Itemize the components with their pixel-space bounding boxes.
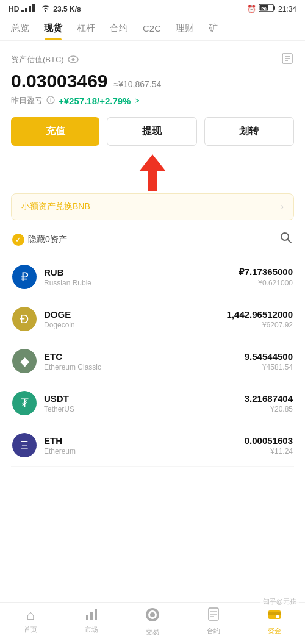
doge-info: DOGE Dogecoin [44,309,227,329]
trade-icon [145,607,160,626]
doge-icon: Ð [12,307,37,331]
nav-funds-label: 资金 [268,626,281,635]
nav-tabs: 总览 现货 杠杆 合约 C2C 理财 矿 [0,16,305,41]
usdt-amount: 3.21687404 [245,393,293,404]
eye-icon[interactable] [68,55,79,64]
eth-name: Ethereum [44,447,245,456]
svg-rect-29 [268,612,281,615]
battery-icon: 20 [259,4,276,14]
speed-indicator: 23.5 K/s [53,5,81,13]
nav-contract[interactable]: 合约 [183,607,244,637]
doge-cny: ¥6207.92 [227,321,293,329]
svg-line-17 [288,240,292,243]
svg-rect-19 [90,612,93,620]
tab-overview[interactable]: 总览 [4,16,37,40]
rub-icon: ₽ [12,265,37,289]
profit-label: 昨日盈亏 [11,95,43,106]
asset-label-row: 资产估值(BTC) [11,52,294,67]
eth-value: 0.00051603 ¥11.24 [245,435,293,456]
asset-profit-row: 昨日盈亏 i +¥257.18/+2.79% > [11,95,294,106]
coin-item-doge[interactable]: Ð DOGE Dogecoin 1,442.96512000 ¥6207.92 [11,298,294,340]
asset-label-text: 资产估值(BTC) [11,54,64,65]
eth-icon: Ξ [12,433,37,457]
rub-cny: ¥0.621000 [239,279,293,287]
status-right: ⏰ 20 21:34 [247,4,296,14]
svg-rect-0 [21,10,24,12]
hd-indicator: HD [9,5,19,13]
nav-market-label: 市场 [85,625,98,634]
btc-value: 0.03003469 [11,71,108,91]
eth-amount: 0.00051603 [245,435,293,446]
nav-contract-label: 合约 [207,626,220,635]
usdt-icon: ₮ [12,391,37,415]
hide-assets-left[interactable]: ✓ 隐藏0资产 [12,234,67,246]
rub-value: ₽7.17365000 ¥0.621000 [239,267,293,287]
coin-item-rub[interactable]: ₽ RUB Russian Ruble ₽7.17365000 ¥0.62100… [11,256,294,298]
recharge-button[interactable]: 充值 [11,117,99,146]
usdt-name: TetherUS [44,405,245,413]
svg-rect-1 [25,8,27,12]
tab-leverage[interactable]: 杠杆 [70,16,102,40]
coin-list: ₽ RUB Russian Ruble ₽7.17365000 ¥0.62100… [11,256,294,467]
asset-main-value: 0.03003469 ≈¥10,867.54 [11,71,294,91]
transfer-button[interactable]: 划转 [204,117,294,146]
history-icon[interactable] [281,52,294,67]
wifi-icon [41,4,51,13]
doge-symbol: DOGE [44,309,227,320]
bnb-banner[interactable]: 小额资产兑换BNB › [11,193,294,220]
status-bar: HD 23.5 K/s ⏰ [0,0,305,16]
check-icon: ✓ [12,234,24,246]
time-display: 21:34 [278,5,296,13]
withdraw-button[interactable]: 提现 [107,117,196,146]
search-button[interactable] [279,231,293,248]
doge-amount: 1,442.96512000 [227,309,293,320]
eth-info: ETH Ethereum [44,435,245,456]
svg-text:20: 20 [261,6,267,12]
nav-trade-label: 交易 [146,628,159,637]
svg-rect-3 [32,4,35,12]
nav-trade[interactable]: 交易 [122,607,183,637]
svg-text:i: i [50,98,51,104]
watermark: 知乎@元孩 [260,596,299,607]
usdt-value: 3.21687404 ¥20.85 [245,393,293,413]
bottom-nav: ⌂ 首页 市场 交易 [0,602,305,644]
usdt-symbol: USDT [44,393,245,404]
etc-amount: 9.54544500 [245,351,293,362]
tab-contract[interactable]: 合约 [102,16,135,40]
etc-value: 9.54544500 ¥4581.54 [245,351,293,371]
main-content: 资产估值(BTC) 0.03003469 ≈¥10,867.54 [0,41,305,467]
tab-c2c[interactable]: C2C [135,17,168,40]
nav-funds[interactable]: 资金 [244,607,305,637]
annotation-arrow [11,154,294,191]
signal-bars [21,4,38,14]
nav-home[interactable]: ⌂ 首页 [0,607,61,637]
home-icon: ⌂ [26,607,34,623]
arrow-body [148,171,157,191]
coin-item-etc[interactable]: ◆ ETC Ethereum Classic 9.54544500 ¥4581.… [11,340,294,382]
coin-item-usdt[interactable]: ₮ USDT TetherUS 3.21687404 ¥20.85 [11,382,294,424]
eth-cny: ¥11.24 [245,447,293,456]
etc-icon: ◆ [12,349,37,373]
rub-amount: ₽7.17365000 [239,267,293,277]
profit-arrow[interactable]: > [134,96,139,106]
hide-assets-label: 隐藏0资产 [28,234,67,245]
rub-name: Russian Ruble [44,279,239,287]
tab-mining[interactable]: 矿 [201,16,225,40]
usdt-cny: ¥20.85 [245,405,293,413]
bnb-chevron: › [281,201,284,212]
coin-item-eth[interactable]: Ξ ETH Ethereum 0.00051603 ¥11.24 [11,424,294,467]
svg-rect-5 [273,6,275,10]
nav-market[interactable]: 市场 [61,607,122,637]
cny-value: ≈¥10,867.54 [114,79,162,89]
profit-value: +¥257.18/+2.79% [59,96,131,106]
etc-info: ETC Ethereum Classic [44,351,245,371]
market-icon [85,607,98,623]
rub-info: RUB Russian Ruble [44,267,239,287]
doge-value: 1,442.96512000 ¥6207.92 [227,309,293,329]
tab-spot[interactable]: 现货 [37,16,70,40]
svg-point-23 [150,612,155,617]
tab-finance[interactable]: 理财 [168,16,201,40]
info-icon: i [46,96,55,106]
eth-symbol: ETH [44,435,245,446]
svg-rect-2 [29,6,31,12]
